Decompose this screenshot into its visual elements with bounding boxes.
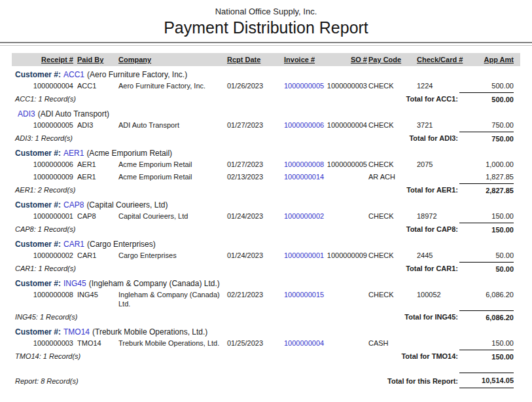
rcpt-date-cell: 02/21/2023 bbox=[226, 290, 283, 308]
customer-code-link[interactable]: CAR1 bbox=[63, 240, 84, 249]
company-cell: Acme Emporium Retail bbox=[118, 160, 226, 169]
so-cell bbox=[324, 338, 367, 348]
pay-code-cell: CHECK bbox=[367, 290, 416, 308]
customer-name: (Ingleham & Company (Canada) Ltd.) bbox=[89, 279, 220, 288]
so-cell: 1000000004 bbox=[324, 120, 367, 130]
group-total-amount: 750.00 bbox=[459, 132, 514, 145]
pay-code-cell: AR ACH bbox=[367, 172, 416, 181]
app-amt-cell: 500.00 bbox=[470, 81, 514, 90]
paid-by-cell: CAR1 bbox=[73, 251, 118, 260]
column-header-row: Receipt # Paid By Company Rcpt Date Invo… bbox=[12, 53, 520, 66]
payment-row: 1000000001 CAP8 Capital Courieers, Ltd 0… bbox=[12, 210, 520, 223]
payment-row: 1000000003 TMO14 Treburk Mobile Operatio… bbox=[12, 337, 520, 350]
report-title: Payment Distribution Report bbox=[0, 18, 532, 37]
paid-by-cell: ING45 bbox=[73, 290, 118, 308]
rcpt-date-cell: 01/26/2023 bbox=[226, 81, 283, 90]
app-amt-cell: 1,000.00 bbox=[470, 160, 514, 169]
record-count: ADI3: 1 Record(s) bbox=[12, 132, 324, 145]
col-header-app-amt: App Amt bbox=[470, 56, 514, 64]
rcpt-date-cell: 01/24/2023 bbox=[226, 211, 283, 221]
company-cell: Ingleham & Company (Canada) Ltd. bbox=[118, 290, 226, 308]
company-cell: Cargo Enterprises bbox=[118, 251, 226, 260]
pay-code-cell: CASH bbox=[367, 338, 416, 348]
customer-code-link[interactable]: AER1 bbox=[63, 149, 84, 158]
col-header-so: SO # bbox=[324, 56, 367, 64]
group-total-amount: 6,086.20 bbox=[459, 310, 514, 323]
customer-number-label: Customer #: bbox=[15, 240, 61, 249]
customer-group-header: Customer #:TMO14(Treburk Mobile Operatio… bbox=[12, 327, 520, 337]
customer-code-link[interactable]: ADI3 bbox=[18, 109, 35, 119]
company-name: National Office Supply, Inc. bbox=[0, 7, 532, 16]
customer-group-footer: CAP8: 1 Record(s) Total for CAP8: 150.00 bbox=[12, 223, 520, 236]
customer-group-header: Customer #:ACC1(Aero Furniture Factory, … bbox=[12, 69, 520, 80]
payment-row: 1000000006 AER1 Acme Emporium Retail 01/… bbox=[12, 158, 520, 171]
paid-by-cell: AER1 bbox=[73, 172, 118, 181]
rcpt-date-cell: 01/27/2023 bbox=[226, 160, 283, 169]
paid-by-cell: TMO14 bbox=[73, 338, 118, 348]
group-total-label: Total for TMO14: bbox=[324, 350, 470, 363]
so-cell: 1000000005 bbox=[324, 160, 367, 169]
customer-number-label: Customer #: bbox=[15, 200, 61, 210]
customer-code-link[interactable]: ACC1 bbox=[63, 70, 84, 79]
record-count: TMO14: 1 Record(s) bbox=[12, 350, 324, 363]
record-count: CAR1: 1 Record(s) bbox=[12, 262, 324, 275]
invoice-link[interactable]: 1000000004 bbox=[283, 338, 324, 348]
customer-group-header: Customer #:CAR1(Cargo Enterprises) bbox=[12, 239, 520, 249]
company-cell: ADI Auto Transport bbox=[118, 120, 226, 130]
record-count: ING45: 1 Record(s) bbox=[12, 310, 324, 323]
group-total-label: Total for ADI3: bbox=[324, 132, 470, 145]
receipt-cell: 1000000002 bbox=[12, 251, 73, 260]
customer-name: (Capital Courieers, Ltd) bbox=[86, 200, 168, 210]
so-cell bbox=[324, 290, 367, 308]
customer-name: (Cargo Enterprises) bbox=[87, 240, 156, 249]
receipt-cell: 1000000001 bbox=[12, 211, 73, 221]
customer-group-header: ADI3(ADI Auto Transport) bbox=[12, 109, 520, 119]
app-amt-cell: 1,827.85 bbox=[470, 172, 514, 181]
so-cell: 1000000003 bbox=[324, 81, 367, 90]
receipt-cell: 1000000004 bbox=[12, 81, 73, 90]
app-amt-cell: 6,086.20 bbox=[470, 290, 514, 308]
col-header-check-card: Check/Card # bbox=[416, 56, 470, 64]
check-card-cell: 2445 bbox=[416, 251, 470, 260]
report-table: Receipt # Paid By Company Rcpt Date Invo… bbox=[12, 53, 520, 388]
record-count: CAP8: 1 Record(s) bbox=[12, 223, 324, 236]
rcpt-date-cell: 01/27/2023 bbox=[226, 120, 283, 130]
customer-number-label: Customer #: bbox=[15, 279, 61, 288]
customer-code-link[interactable]: TMO14 bbox=[63, 327, 90, 337]
customer-code-link[interactable]: ING45 bbox=[63, 279, 86, 288]
col-header-company: Company bbox=[118, 56, 226, 64]
receipt-cell: 1000000005 bbox=[12, 120, 73, 130]
invoice-link[interactable]: 1000000008 bbox=[283, 160, 324, 169]
customer-code-link[interactable]: CAP8 bbox=[63, 200, 84, 210]
rcpt-date-cell: 01/25/2023 bbox=[226, 338, 283, 348]
pay-code-cell: CHECK bbox=[367, 81, 416, 90]
receipt-cell: 1000000003 bbox=[12, 338, 73, 348]
invoice-link[interactable]: 1000000002 bbox=[283, 211, 324, 221]
customer-group: ADI3(ADI Auto Transport) 1000000005 ADI3… bbox=[12, 109, 520, 145]
customer-group-header: Customer #:AER1(Acme Emporium Retail) bbox=[12, 148, 520, 158]
customer-group: Customer #:CAP8(Capital Courieers, Ltd) … bbox=[12, 200, 520, 236]
paid-by-cell: ACC1 bbox=[73, 81, 118, 90]
customer-name: (Treburk Mobile Operations, Ltd.) bbox=[92, 327, 207, 337]
customer-group-footer: CAR1: 1 Record(s) Total for CAR1: 50.00 bbox=[12, 262, 520, 275]
customer-name: (ADI Auto Transport) bbox=[38, 109, 109, 119]
report-header: National Office Supply, Inc. Payment Dis… bbox=[0, 0, 532, 37]
app-amt-cell: 50.00 bbox=[470, 251, 514, 260]
so-cell: 1000000009 bbox=[324, 251, 367, 260]
company-cell: Acme Emporium Retail bbox=[118, 172, 226, 181]
paid-by-cell: ADI3 bbox=[73, 120, 118, 130]
invoice-link[interactable]: 1000000015 bbox=[283, 290, 324, 308]
header-divider bbox=[0, 42, 532, 46]
invoice-link[interactable]: 1000000005 bbox=[283, 81, 324, 90]
pay-code-cell: CHECK bbox=[367, 120, 416, 130]
check-card-cell: 3721 bbox=[416, 120, 470, 130]
invoice-link[interactable]: 1000000006 bbox=[283, 120, 324, 130]
customer-name: (Aero Furniture Factory, Inc.) bbox=[87, 70, 187, 79]
pay-code-cell: CHECK bbox=[367, 211, 416, 221]
group-total-label: Total for ING45: bbox=[324, 310, 470, 323]
group-total-amount: 50.00 bbox=[459, 262, 514, 275]
invoice-link[interactable]: 1000000001 bbox=[283, 251, 324, 260]
customer-group-footer: AER1: 2 Record(s) Total for AER1: 2,827.… bbox=[12, 183, 520, 196]
customer-group: Customer #:TMO14(Treburk Mobile Operatio… bbox=[12, 327, 520, 363]
invoice-link[interactable]: 1000000014 bbox=[283, 172, 324, 181]
